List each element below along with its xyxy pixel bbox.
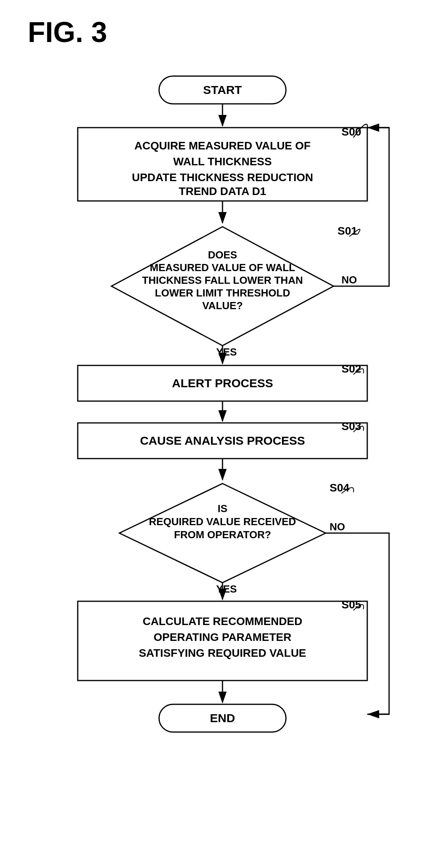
s01-no-label: NO — [341, 274, 357, 286]
s05-step-label: S05 — [341, 598, 361, 611]
s02-step-label: S02 — [341, 363, 361, 375]
s01-step-label: S01 — [338, 225, 357, 237]
s02-text: ALERT PROCESS — [172, 377, 273, 390]
s00-line1: ACQUIRE MEASURED VALUE OF — [134, 140, 311, 152]
s01-line3: THICKNESS FALL LOWER THAN — [142, 274, 303, 286]
s01-line2: MEASURED VALUE OF WALL — [150, 262, 295, 273]
end-label: END — [210, 711, 235, 725]
s04-yes-label: YES — [216, 583, 237, 595]
s00-line2: WALL THICKNESS — [173, 155, 272, 168]
s04-line1: IS — [218, 503, 228, 514]
s05-line2: OPERATING PARAMETER — [153, 631, 291, 643]
s05-line1: CALCULATE RECOMMENDED — [143, 615, 302, 627]
s00-line4: TREND DATA D1 — [179, 185, 266, 197]
page-container: FIG. 3 START ACQUIRE MEASURED VALUE OF W… — [0, 0, 445, 868]
s04-step-label: S04 — [330, 482, 349, 494]
s01-line5: VALUE? — [202, 300, 243, 312]
flowchart-svg: START ACQUIRE MEASURED VALUE OF WALL THI… — [24, 64, 421, 868]
s01-diamond — [111, 227, 334, 346]
s04-line3: FROM OPERATOR? — [174, 529, 271, 541]
s04-no-label: NO — [330, 521, 345, 533]
start-label: START — [203, 83, 242, 96]
s01-yes-label: YES — [216, 346, 237, 358]
figure-title: FIG. 3 — [28, 16, 421, 48]
s04-line2: REQUIRED VALUE RECEIVED — [149, 516, 296, 528]
s01-line4: LOWER LIMIT THRESHOLD — [155, 287, 290, 299]
s05-line3: SATISFYING REQUIRED VALUE — [139, 647, 306, 659]
s01-line1: DOES — [208, 249, 237, 261]
s03-step-label: S03 — [341, 420, 361, 432]
s00-line3: UPDATE THICKNESS REDUCTION — [132, 171, 313, 184]
s03-text: CAUSE ANALYSIS PROCESS — [140, 434, 305, 447]
